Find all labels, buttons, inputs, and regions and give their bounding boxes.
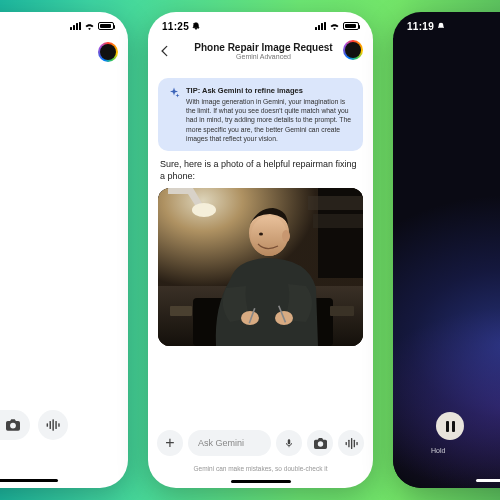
- svg-rect-28: [353, 439, 354, 447]
- svg-point-10: [192, 203, 216, 217]
- svg-point-18: [259, 233, 263, 236]
- mic-button[interactable]: [276, 430, 302, 456]
- sparkle-icon: [168, 87, 180, 99]
- status-time: 11:19: [407, 21, 445, 32]
- svg-rect-26: [348, 439, 349, 447]
- waveform-button[interactable]: [338, 430, 364, 456]
- home-indicator: [476, 479, 501, 482]
- svg-rect-3: [55, 421, 56, 429]
- phone-frame-center: 11:25 Phone Repair Image Request Gemini …: [148, 12, 373, 488]
- profile-avatar[interactable]: [343, 40, 363, 60]
- conversation-subtitle: Gemini Advanced: [164, 53, 363, 60]
- svg-point-16: [251, 216, 287, 256]
- status-time: 11:25: [162, 21, 200, 32]
- tip-body: With image generation in Gemini, your im…: [186, 97, 353, 143]
- status-indicators: [70, 22, 114, 30]
- home-indicator: [231, 480, 291, 483]
- camera-icon: [6, 419, 20, 431]
- disclaimer-text: Gemini can make mistakes, so double-chec…: [148, 465, 373, 472]
- svg-rect-4: [58, 423, 59, 427]
- svg-rect-0: [47, 423, 48, 427]
- camera-button[interactable]: [307, 430, 333, 456]
- add-button[interactable]: +: [157, 430, 183, 456]
- waveform-icon: [46, 419, 60, 431]
- camera-icon: [314, 438, 327, 449]
- conversation-header: Phone Repair Image Request Gemini Advanc…: [148, 38, 373, 62]
- mic-icon: [284, 437, 294, 450]
- composer-row: +: [0, 410, 118, 440]
- stamp-line-1: A: [0, 156, 114, 175]
- battery-icon: [343, 22, 359, 30]
- svg-rect-25: [345, 441, 346, 444]
- stamp-line-2: M: [0, 175, 114, 194]
- tip-callout: TIP: Ask Gemini to refine images With im…: [158, 78, 363, 151]
- svg-rect-23: [170, 306, 192, 316]
- dnd-icon: [437, 22, 445, 30]
- svg-rect-27: [350, 438, 351, 449]
- battery-icon: [98, 22, 114, 30]
- pause-button[interactable]: [436, 412, 464, 440]
- status-bar: 11:19: [393, 12, 500, 38]
- hold-label: Hold: [431, 447, 445, 454]
- svg-rect-2: [52, 419, 53, 431]
- voice-camera-pill[interactable]: [0, 410, 30, 440]
- wifi-icon: [84, 22, 95, 30]
- generated-image[interactable]: [158, 188, 363, 346]
- composer-row: + Ask Gemini: [157, 430, 364, 456]
- svg-rect-1: [50, 421, 51, 429]
- dnd-icon: [192, 22, 200, 30]
- waveform-button[interactable]: [38, 410, 68, 440]
- cellular-icon: [315, 22, 326, 30]
- svg-rect-8: [308, 196, 363, 210]
- phone-frame-right: 11:19 Hold: [393, 12, 500, 488]
- wifi-icon: [329, 22, 340, 30]
- status-time-text: 11:25: [162, 21, 189, 32]
- svg-rect-29: [356, 441, 357, 444]
- svg-rect-24: [330, 306, 354, 316]
- conversation-title: Phone Repair Image Request: [164, 42, 363, 53]
- assistant-reply-text: Sure, here is a photo of a helpful repai…: [160, 159, 361, 182]
- status-time-text: 11:19: [407, 21, 434, 32]
- tip-title: TIP: Ask Gemini to refine images: [186, 86, 353, 95]
- cellular-icon: [70, 22, 81, 30]
- status-indicators: [315, 22, 359, 30]
- status-bar: 11:25: [148, 12, 373, 38]
- phone-frame-left: A M +: [0, 12, 128, 488]
- status-bar: [0, 12, 128, 38]
- decorative-stamp-text: A M: [0, 156, 114, 194]
- prompt-input[interactable]: Ask Gemini: [188, 430, 271, 456]
- home-indicator: [0, 479, 58, 482]
- prompt-placeholder: Ask Gemini: [198, 438, 244, 448]
- svg-rect-9: [313, 214, 363, 228]
- waveform-icon: [345, 438, 358, 449]
- svg-point-17: [282, 230, 290, 242]
